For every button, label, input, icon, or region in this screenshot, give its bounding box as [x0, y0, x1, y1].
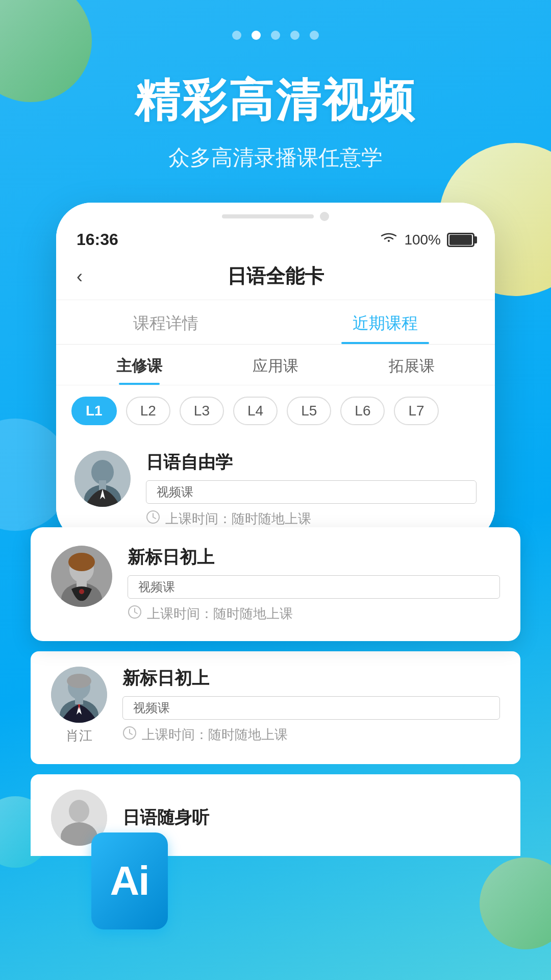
teacher-name-3: 肖江 — [66, 727, 92, 749]
course-info-1: 日语自由学 视频课 上课时间：随时随地上课 — [146, 451, 477, 528]
course-name-1: 日语自由学 — [146, 451, 477, 474]
level-pills: L1 L2 L3 L4 L5 L6 L7 — [56, 385, 495, 436]
highlighted-course-tag: 视频课 — [128, 575, 500, 599]
ai-badge: Ai — [86, 826, 173, 935]
course-tag-3: 视频课 — [122, 696, 500, 720]
battery-fill — [449, 235, 472, 245]
course-item-3[interactable]: 肖江 新标日初上 视频课 上课时间：随时随地上课 — [31, 651, 520, 764]
pill-l7[interactable]: L7 — [394, 397, 438, 425]
tab-recent-course[interactable]: 近期课程 — [276, 300, 495, 344]
camera-dot — [320, 212, 329, 221]
pill-l4[interactable]: L4 — [233, 397, 278, 425]
highlighted-course-card[interactable]: 新标日初上 视频课 上课时间：随时随地上课 — [31, 527, 520, 641]
pill-l3[interactable]: L3 — [180, 397, 224, 425]
phone-mockup: 16:36 100% ‹ 日语全能卡 — [56, 203, 495, 543]
pill-l5[interactable]: L5 — [287, 397, 331, 425]
status-time: 16:36 — [77, 230, 118, 249]
svg-line-23 — [130, 733, 132, 734]
tabs-row2: 主修课 应用课 拓展课 — [56, 345, 495, 385]
app-title: 日语全能卡 — [227, 263, 324, 289]
notch-line — [222, 214, 314, 218]
highlighted-course-time: 上课时间：随时随地上课 — [128, 605, 500, 623]
svg-rect-19 — [75, 695, 83, 704]
pill-l2[interactable]: L2 — [126, 397, 170, 425]
course-name-3: 新标日初上 — [122, 667, 500, 690]
dot-2[interactable] — [252, 31, 261, 40]
course-time-1: 上课时间：随时随地上课 — [146, 510, 477, 528]
svg-line-15 — [135, 612, 137, 614]
phone-container: 16:36 100% ‹ 日语全能卡 — [0, 203, 551, 543]
svg-point-25 — [69, 800, 89, 822]
top-section: 精彩高清视频 众多高清录播课任意学 — [0, 0, 551, 172]
dot-1[interactable] — [232, 31, 241, 40]
dot-4[interactable] — [290, 31, 299, 40]
tabs-row1: 课程详情 近期课程 — [56, 300, 495, 345]
clock-icon-2 — [128, 605, 142, 623]
status-right: 100% — [380, 231, 474, 249]
battery-percent: 100% — [404, 232, 441, 248]
dot-5[interactable] — [310, 31, 319, 40]
phone-notch — [56, 203, 495, 226]
clock-icon-1 — [146, 510, 160, 528]
course-time-3: 上课时间：随时随地上课 — [122, 726, 500, 744]
status-bar: 16:36 100% — [56, 226, 495, 253]
avatar-1 — [74, 451, 131, 507]
svg-line-6 — [153, 517, 156, 519]
course-item-1[interactable]: 日语自由学 视频课 上课时间：随时随地上课 — [56, 436, 495, 543]
clock-icon-3 — [122, 726, 137, 744]
avatar-3 — [51, 667, 107, 723]
svg-point-12 — [79, 589, 84, 594]
highlighted-course-name: 新标日初上 — [128, 546, 500, 569]
main-title: 精彩高清视频 — [0, 70, 551, 131]
wifi-icon — [380, 231, 398, 249]
course-tag-1: 视频课 — [146, 480, 477, 504]
ai-label: Ai — [110, 857, 149, 904]
tab-applied-course[interactable]: 应用课 — [208, 345, 344, 385]
back-button[interactable]: ‹ — [77, 266, 83, 287]
pill-l1[interactable]: L1 — [71, 397, 117, 425]
highlighted-course-info: 新标日初上 视频课 上课时间：随时随地上课 — [128, 546, 500, 623]
tab-main-course[interactable]: 主修课 — [71, 345, 208, 385]
pagination-dots — [0, 31, 551, 40]
dot-3[interactable] — [271, 31, 280, 40]
sub-title: 众多高清录播课任意学 — [0, 143, 551, 172]
tab-course-detail[interactable]: 课程详情 — [56, 300, 276, 344]
app-header: ‹ 日语全能卡 — [56, 253, 495, 300]
battery-icon — [447, 233, 474, 247]
svg-point-11 — [68, 553, 95, 571]
svg-point-20 — [67, 674, 91, 688]
tab-extended-course[interactable]: 拓展课 — [343, 345, 480, 385]
avatar-2 — [51, 546, 112, 607]
pill-l6[interactable]: L6 — [340, 397, 385, 425]
course-info-3: 新标日初上 视频课 上课时间：随时随地上课 — [122, 667, 500, 744]
